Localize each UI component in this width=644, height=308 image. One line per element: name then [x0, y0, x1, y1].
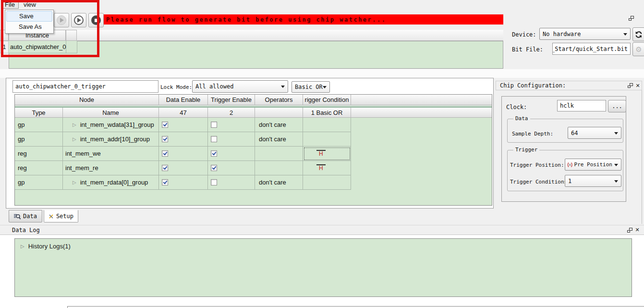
- trigger-group-label: Trigger: [513, 147, 539, 153]
- tab-data[interactable]: Data: [9, 210, 42, 222]
- trigger-conditions-select[interactable]: 1: [565, 175, 621, 187]
- menu-bar: File view: [0, 0, 644, 9]
- dock-gap: [0, 69, 644, 78]
- device-value: No hardware: [543, 31, 581, 37]
- col-trigger-enable[interactable]: Trigger Enable: [208, 95, 255, 105]
- subcol-filler: [351, 108, 492, 118]
- device-select[interactable]: No hardware: [539, 28, 631, 40]
- expand-icon[interactable]: ▷: [73, 136, 76, 142]
- run-button[interactable]: [71, 13, 86, 27]
- data-log-title: Data Log: [12, 227, 40, 234]
- stop-icon: [91, 15, 101, 25]
- cell-operator[interactable]: don't care: [255, 118, 303, 132]
- lock-mode-select[interactable]: All allowed: [192, 80, 288, 93]
- cell-condition[interactable]: [303, 175, 351, 190]
- trigger-mode-select[interactable]: Basic OR: [292, 81, 330, 93]
- cell-data-enable[interactable]: [159, 118, 208, 132]
- cell-type: reg: [15, 147, 63, 161]
- col-node[interactable]: Node: [15, 95, 159, 105]
- setup-tab-icon: [49, 213, 54, 220]
- program-bitfile-button[interactable]: ⚙: [632, 42, 644, 56]
- tab-setup[interactable]: Setup: [44, 210, 78, 222]
- cell-condition[interactable]: [303, 132, 351, 147]
- sample-depth-select[interactable]: 64: [568, 127, 621, 139]
- refresh-devices-button[interactable]: [632, 27, 644, 41]
- col-trigger-condition[interactable]: rigger Condition: [303, 95, 351, 105]
- float-panel-button[interactable]: [626, 226, 633, 234]
- chevron-down-icon: [614, 164, 618, 166]
- menu-view[interactable]: view: [20, 0, 40, 9]
- col-operators[interactable]: Operators: [255, 95, 303, 105]
- cell-condition[interactable]: H: [303, 161, 351, 175]
- trigger-enable-checkbox[interactable]: [211, 150, 217, 157]
- chevron-down-icon: [623, 33, 627, 36]
- cell-trigger-enable[interactable]: [208, 118, 255, 132]
- run-disabled-button[interactable]: [54, 13, 69, 27]
- trigger-name-field[interactable]: auto_chipwatcher_0_trigger: [12, 80, 158, 93]
- cell-name[interactable]: ▷int_mem_wdata[31]_group: [63, 118, 159, 132]
- instance-row[interactable]: auto_chipwatcher_0: [9, 41, 66, 53]
- expand-icon[interactable]: ▷: [21, 244, 24, 249]
- data-group-label: Data: [513, 115, 530, 122]
- bitfile-field[interactable]: 'GA/quick_Start/quick_Start.bit: [552, 43, 631, 55]
- data-enable-checkbox[interactable]: [162, 150, 168, 157]
- cell-data-enable[interactable]: [159, 132, 208, 147]
- table-row: gp ▷int_mem_rdata[0]_group don't care: [15, 175, 351, 190]
- expand-icon[interactable]: ▷: [73, 122, 76, 127]
- cell-data-enable[interactable]: [159, 147, 208, 161]
- close-panel-button[interactable]: ✕: [634, 82, 642, 89]
- trigger-mode-value: Basic OR: [295, 84, 323, 90]
- history-logs-item[interactable]: ▷ History Logs(1): [21, 243, 632, 250]
- cell-operator[interactable]: [255, 147, 303, 161]
- trigger-position-icon: [567, 162, 573, 168]
- trigger-enable-checkbox[interactable]: [211, 136, 217, 142]
- float-panel-button[interactable]: [626, 82, 634, 89]
- lock-mode-label: Lock Mode:: [160, 84, 192, 90]
- trigger-enable-checkbox[interactable]: [211, 179, 217, 185]
- subcol-name[interactable]: Name: [63, 108, 159, 118]
- cell-name[interactable]: int_mem_we: [63, 147, 159, 161]
- cell-trigger-enable[interactable]: [208, 175, 255, 190]
- cell-operator[interactable]: don't care: [255, 175, 303, 190]
- cell-trigger-enable[interactable]: [208, 132, 255, 147]
- lock-mode-value: All allowed: [195, 83, 233, 90]
- clock-field[interactable]: hclk: [557, 100, 606, 111]
- trigger-enable-checkbox[interactable]: [211, 165, 217, 171]
- col-data-enable[interactable]: Data Enable: [159, 95, 208, 105]
- cell-condition[interactable]: [303, 118, 351, 132]
- node-name: int_mem_we: [65, 150, 101, 157]
- instance-row-extra-cell[interactable]: [66, 41, 77, 53]
- cell-trigger-enable[interactable]: [208, 147, 255, 161]
- cell-data-enable[interactable]: [159, 161, 208, 175]
- chevron-down-icon: [614, 180, 618, 183]
- cell-condition[interactable]: H: [303, 147, 351, 161]
- cell-operator[interactable]: don't care: [255, 132, 303, 147]
- cell-name[interactable]: int_mem_re: [63, 161, 159, 175]
- cell-trigger-enable[interactable]: [208, 161, 255, 175]
- subcol-type[interactable]: Type: [15, 108, 63, 118]
- menu-item-save[interactable]: Save: [6, 11, 52, 22]
- cell-name[interactable]: ▷int_mem_rdata[0]_group: [63, 175, 159, 190]
- data-enable-checkbox[interactable]: [162, 165, 168, 171]
- menu-file[interactable]: File: [1, 0, 19, 9]
- stop-button[interactable]: [88, 13, 104, 27]
- menu-item-save-as[interactable]: Save As: [6, 22, 52, 32]
- float-panel-button[interactable]: [627, 14, 635, 22]
- close-panel-button[interactable]: ✕: [633, 226, 641, 234]
- trigger-position-select[interactable]: Pre Position: [565, 159, 621, 171]
- data-enable-checkbox[interactable]: [162, 136, 168, 142]
- high-level-signal: H: [316, 150, 326, 157]
- trigger-table-header-row2: Type Name 47 2 1 Basic OR: [15, 108, 492, 118]
- data-enable-checkbox[interactable]: [162, 122, 168, 128]
- clock-browse-button[interactable]: ...: [608, 100, 626, 112]
- cell-data-enable[interactable]: [159, 175, 208, 190]
- trigger-enable-checkbox[interactable]: [211, 122, 217, 128]
- node-name: int_mem_wdata[31]_group: [80, 121, 154, 128]
- float-icon: [627, 228, 632, 233]
- chevron-down-icon: [614, 132, 618, 135]
- expand-icon[interactable]: ▷: [73, 180, 76, 185]
- cell-operator[interactable]: [255, 161, 303, 175]
- cell-type: gp: [15, 132, 63, 147]
- cell-name[interactable]: ▷int_mem_addr[10]_group: [63, 132, 159, 147]
- data-enable-checkbox[interactable]: [162, 179, 168, 185]
